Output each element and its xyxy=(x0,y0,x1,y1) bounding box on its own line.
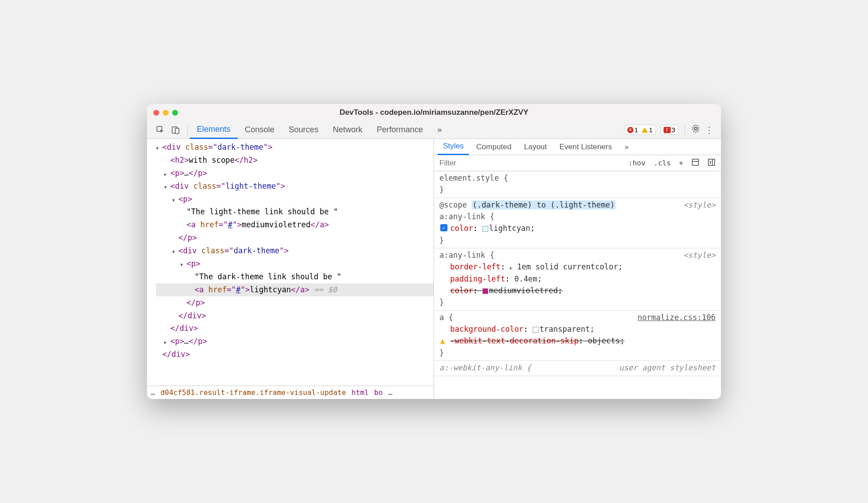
svg-rect-3 xyxy=(692,159,699,165)
sub-tab-computed[interactable]: Computed xyxy=(471,139,516,155)
close-window-button[interactable] xyxy=(153,110,159,116)
style-rule-element[interactable]: element.style { } xyxy=(434,171,721,198)
expand-shorthand-icon[interactable]: ▶ xyxy=(510,265,512,270)
inspect-element-icon[interactable] xyxy=(154,124,167,136)
tab-elements[interactable]: Elements xyxy=(190,121,238,139)
expand-arrow-icon[interactable] xyxy=(156,141,162,154)
styles-rules-list[interactable]: element.style { } <style> @scope (.dark-… xyxy=(434,171,721,399)
warning-count: 1 xyxy=(649,126,652,134)
message-icon: ! xyxy=(664,127,671,133)
breadcrumb-overflow-right[interactable]: … xyxy=(388,388,393,397)
color-swatch[interactable] xyxy=(482,226,488,232)
sub-tab-styles[interactable]: Styles xyxy=(438,139,469,155)
styles-panel: Styles Computed Layout Event Listeners »… xyxy=(434,139,721,399)
styles-filter-input[interactable] xyxy=(438,157,622,169)
devtools-window: DevTools - codepen.io/miriamsuzanne/pen/… xyxy=(147,104,721,399)
computed-styles-icon[interactable] xyxy=(690,158,701,168)
elements-panel: <div class="dark-theme"> <h2>with scope<… xyxy=(147,139,434,399)
warning-icon xyxy=(642,127,648,133)
rule-source[interactable]: <style> xyxy=(683,199,716,211)
minimize-window-button[interactable] xyxy=(163,110,169,116)
styles-filter-row: :hov .cls + xyxy=(434,155,721,171)
rule-source[interactable]: <style> xyxy=(683,249,716,261)
settings-icon[interactable] xyxy=(691,124,700,135)
toolbar-separator xyxy=(187,125,188,135)
styles-sub-tabs: Styles Computed Layout Event Listeners » xyxy=(434,139,721,155)
expand-arrow-icon[interactable] xyxy=(164,180,170,193)
content-area: <div class="dark-theme"> <h2>with scope<… xyxy=(147,139,721,399)
tab-sources[interactable]: Sources xyxy=(282,121,326,139)
breadcrumb-item[interactable]: d04cf581.result-iframe.iframe-visual-upd… xyxy=(161,388,346,397)
maximize-window-button[interactable] xyxy=(172,110,178,116)
device-toolbar-icon[interactable] xyxy=(169,124,182,136)
color-swatch[interactable] xyxy=(482,288,488,294)
tab-console[interactable]: Console xyxy=(238,121,282,139)
expand-arrow-icon[interactable] xyxy=(172,193,178,206)
rule-source-link[interactable]: normalize.css:106 xyxy=(638,312,716,323)
new-rule-button[interactable]: + xyxy=(677,159,685,167)
messages-badge[interactable]: ! 3 xyxy=(660,125,678,135)
window-title: DevTools - codepen.io/miriamsuzanne/pen/… xyxy=(147,108,721,117)
style-rule-a[interactable]: normalize.css:106 a { background-color: … xyxy=(434,311,721,361)
breadcrumbs[interactable]: … d04cf581.result-iframe.iframe-visual-u… xyxy=(147,386,434,399)
error-count: 1 xyxy=(634,126,638,134)
style-rule-ua[interactable]: user agent stylesheet a:-webkit-any-link… xyxy=(434,361,721,376)
error-icon: × xyxy=(627,127,634,133)
expand-arrow-icon[interactable] xyxy=(164,335,170,348)
sub-tab-event-listeners[interactable]: Event Listeners xyxy=(554,139,617,155)
toggle-sidebar-icon[interactable] xyxy=(706,158,717,168)
tabs-overflow[interactable]: » xyxy=(430,121,449,139)
style-rule-scope[interactable]: <style> @scope (.dark-theme) to (.light-… xyxy=(434,198,721,248)
expand-arrow-icon[interactable] xyxy=(172,244,178,257)
breadcrumb-item[interactable]: html xyxy=(352,388,369,397)
titlebar: DevTools - codepen.io/miriamsuzanne/pen/… xyxy=(147,104,721,121)
more-icon[interactable]: ⋮ xyxy=(705,125,714,135)
style-rule-anylink[interactable]: <style> a:any-link { border-left: ▶ 1em … xyxy=(434,248,721,311)
error-warning-badge[interactable]: × 1 1 xyxy=(624,125,656,135)
svg-rect-4 xyxy=(708,159,715,165)
property-checkbox[interactable]: ✓ xyxy=(440,224,447,231)
scope-highlight: (.dark-theme) to (.light-theme) xyxy=(472,200,616,209)
expand-arrow-icon[interactable] xyxy=(164,167,170,180)
breadcrumb-overflow-left[interactable]: … xyxy=(151,388,155,397)
main-toolbar: Elements Console Sources Network Perform… xyxy=(147,121,721,139)
toolbar-separator xyxy=(685,125,685,135)
sub-tab-layout[interactable]: Layout xyxy=(519,139,552,155)
hov-toggle[interactable]: :hov xyxy=(626,159,647,167)
message-count: 3 xyxy=(672,126,675,134)
warning-icon: ▲ xyxy=(440,335,445,347)
color-swatch[interactable] xyxy=(533,327,538,333)
selected-dom-node: <a href="#">lightcyan</a> == $0 xyxy=(156,283,434,296)
rule-source: user agent stylesheet xyxy=(619,362,716,373)
dom-tree[interactable]: <div class="dark-theme"> <h2>with scope<… xyxy=(147,139,434,386)
svg-rect-2 xyxy=(175,128,179,134)
sub-tabs-overflow[interactable]: » xyxy=(619,139,634,155)
tab-performance[interactable]: Performance xyxy=(369,121,430,139)
traffic-lights xyxy=(153,110,178,116)
panel-tabs: Elements Console Sources Network Perform… xyxy=(190,121,621,139)
expand-arrow-icon[interactable] xyxy=(180,257,187,270)
tab-network[interactable]: Network xyxy=(326,121,369,139)
breadcrumb-item[interactable]: bo xyxy=(374,388,382,397)
cls-toggle[interactable]: .cls xyxy=(652,159,673,167)
